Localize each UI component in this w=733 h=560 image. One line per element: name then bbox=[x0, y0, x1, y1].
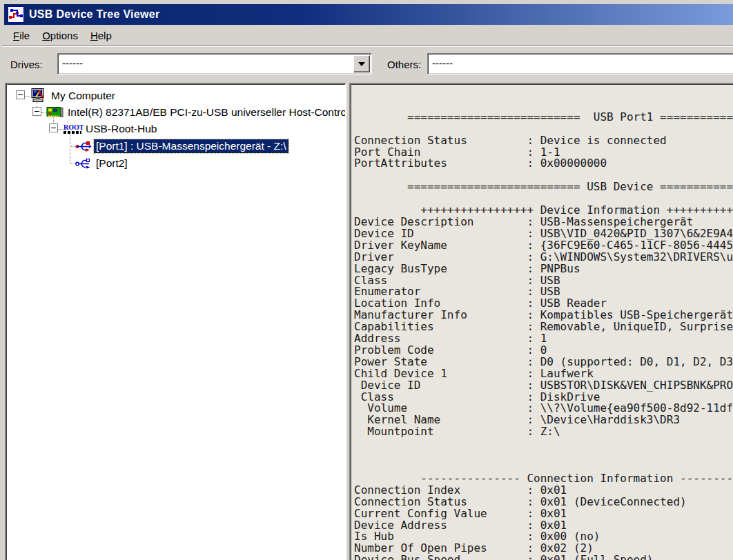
usb-root-hub-icon: ROOT bbox=[63, 124, 84, 134]
app-usb-tree-icon bbox=[8, 6, 24, 23]
tree-label-port2[interactable]: [Port2] bbox=[94, 157, 130, 170]
drives-label: Drives: bbox=[10, 47, 43, 81]
collapse-toggle-icon[interactable] bbox=[49, 123, 58, 132]
tree-label-my-computer[interactable]: My Computer bbox=[49, 89, 117, 103]
window-title: USB Device Tree Viewer bbox=[29, 8, 160, 21]
usb-port-empty-icon bbox=[75, 158, 92, 170]
menu-help[interactable]: Help bbox=[84, 28, 118, 43]
device-tree: My Computer Intel(R) 82371AB/EB PCI-zu-U… bbox=[6, 84, 346, 560]
app-viewport: USB Device Tree Viewer File Options Help… bbox=[0, 0, 733, 560]
usb-device-icon bbox=[75, 141, 92, 152]
drives-combobox-value: ------ bbox=[62, 57, 83, 69]
chevron-down-icon bbox=[358, 62, 365, 66]
others-combobox[interactable]: ------ bbox=[427, 53, 733, 74]
tree-label-host-controller[interactable]: Intel(R) 82371AB/EB PCI-zu-USB universel… bbox=[66, 106, 346, 119]
toolbar: Drives: ------ Others: ------ bbox=[2, 47, 733, 81]
menu-options[interactable]: Options bbox=[36, 28, 84, 43]
tree-row-port1[interactable]: [Port1] : USB-Massenspeichergerät - Z:\ bbox=[6, 138, 346, 154]
app-window: USB Device Tree Viewer File Options Help… bbox=[0, 0, 733, 560]
menu-bar: File Options Help bbox=[4, 26, 733, 45]
my-computer-icon bbox=[30, 88, 46, 104]
others-combobox-value: ------ bbox=[432, 57, 453, 69]
tree-label-port1[interactable]: [Port1] : USB-Massenspeichergerät - Z:\ bbox=[94, 139, 289, 153]
tree-row-port2[interactable]: [Port2] bbox=[6, 155, 346, 172]
tree-row-root-hub[interactable]: ROOT USB-Root-Hub bbox=[6, 121, 346, 137]
pci-controller-icon bbox=[46, 107, 63, 119]
tree-row-my-computer[interactable]: My Computer bbox=[6, 88, 346, 104]
drives-combobox[interactable]: ------ bbox=[57, 53, 372, 74]
collapse-toggle-icon[interactable] bbox=[32, 107, 41, 116]
others-label: Others: bbox=[387, 47, 421, 81]
tree-row-host-controller[interactable]: Intel(R) 82371AB/EB PCI-zu-USB universel… bbox=[6, 104, 346, 121]
title-bar[interactable]: USB Device Tree Viewer bbox=[4, 4, 733, 25]
device-tree-panel[interactable]: My Computer Intel(R) 82371AB/EB PCI-zu-U… bbox=[5, 83, 346, 560]
collapse-toggle-icon[interactable] bbox=[16, 90, 25, 99]
menu-file[interactable]: File bbox=[7, 28, 36, 43]
tree-label-root-hub[interactable]: USB-Root-Hub bbox=[84, 122, 159, 136]
device-info-text: ========================== USB Port1 ===… bbox=[351, 84, 733, 560]
drives-dropdown-button[interactable] bbox=[353, 55, 370, 72]
device-info-panel[interactable]: ========================== USB Port1 ===… bbox=[349, 83, 733, 560]
